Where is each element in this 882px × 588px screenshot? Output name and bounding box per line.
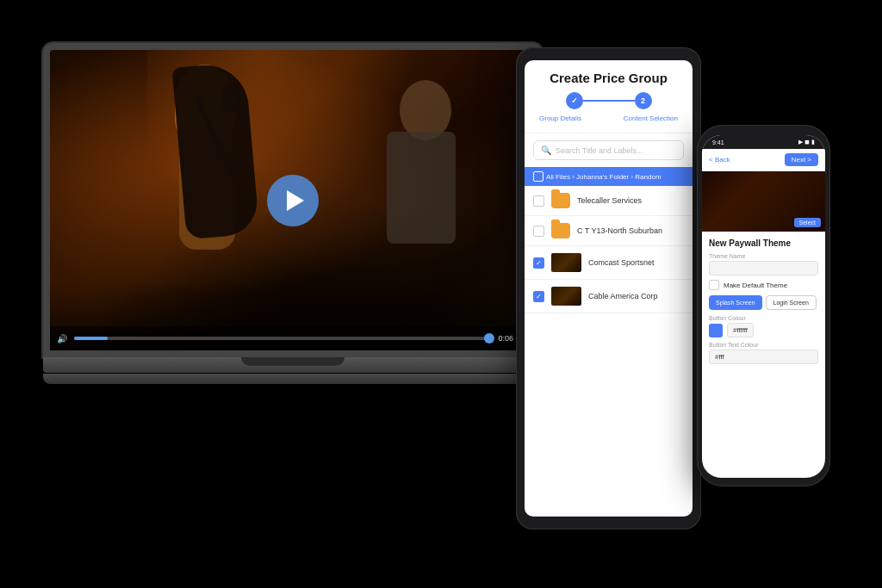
phone-screen: 9:41 ▶ ◼ ▮ < Back Next > Select New Payw… — [702, 135, 825, 478]
phone-video-thumbnail: Select — [702, 171, 825, 232]
search-icon: 🔍 — [541, 145, 551, 155]
item-text-2: C T Y13-North Suburban — [577, 226, 684, 235]
item-text-1: Telecaller Services — [577, 196, 684, 205]
scene: 🔊 0:06 ⛶ Create Price Group — [0, 0, 882, 588]
phone-text-color-label: Button Text Colour — [709, 342, 818, 348]
phone-default-theme-row: Make Default Theme — [709, 280, 818, 290]
progress-bar[interactable] — [74, 337, 491, 340]
phone-default-checkbox[interactable] — [709, 280, 719, 290]
tablet-screen: Create Price Group ✓ 2 Group Details Con… — [525, 60, 693, 517]
play-triangle-icon — [287, 190, 304, 211]
tablet-search-bar[interactable]: 🔍 Search Title and Labels... — [533, 140, 684, 160]
step-1-label: Group Details — [539, 115, 581, 122]
phone-video-action-button[interactable]: Select — [794, 218, 821, 227]
phone-back-button[interactable]: < Back — [709, 156, 730, 164]
tablet: Create Price Group ✓ 2 Group Details Con… — [516, 47, 701, 529]
login-screen-button[interactable]: Login Screen — [766, 295, 817, 310]
play-button[interactable] — [267, 175, 319, 226]
phone-btn-color-label: Button Colour — [709, 315, 818, 321]
video-time: 0:06 — [498, 334, 513, 343]
phone-theme-name-input[interactable] — [709, 261, 818, 275]
item-checkbox-3[interactable] — [533, 257, 544, 269]
phone-text-color-value[interactable]: #fff — [709, 350, 818, 364]
tablet-title: Create Price Group — [535, 71, 682, 85]
video-thumb-3 — [551, 253, 581, 272]
guitarist-body — [387, 132, 456, 244]
laptop-base — [43, 357, 543, 373]
item-title-4: Cable America Corp — [588, 292, 684, 300]
phone: 9:41 ▶ ◼ ▮ < Back Next > Select New Payw… — [697, 125, 830, 486]
list-item: Telecaller Services — [525, 186, 693, 216]
step-labels: Group Details Content Selection — [535, 115, 682, 122]
folder-icon-2 — [551, 223, 570, 238]
item-title-2: C T Y13-North Suburban — [577, 226, 684, 235]
tablet-list: Telecaller Services C T Y13-North Suburb… — [525, 186, 693, 517]
phone-top-nav: < Back Next > — [702, 149, 825, 171]
phone-btn-color-row: #ffffff — [709, 323, 818, 337]
video-thumb-inner-3 — [551, 253, 581, 272]
phone-notch — [742, 132, 786, 139]
list-item: Cable America Corp — [525, 280, 693, 313]
phone-outer: 9:41 ▶ ◼ ▮ < Back Next > Select New Payw… — [697, 125, 830, 486]
list-item: Comcast Sportsnet — [525, 246, 693, 280]
tablet-header: Create Price Group ✓ 2 Group Details Con… — [525, 60, 693, 133]
item-checkbox-1[interactable] — [533, 195, 544, 207]
phone-next-button[interactable]: Next > — [785, 153, 818, 166]
phone-btn-color-value[interactable]: #ffffff — [727, 323, 754, 337]
tablet-outer: Create Price Group ✓ 2 Group Details Con… — [516, 47, 701, 529]
breadcrumb-checkbox[interactable] — [533, 171, 543, 182]
phone-theme-name-label: Theme Name — [709, 253, 818, 259]
tablet-steps: ✓ 2 — [535, 92, 682, 109]
laptop-notch — [241, 357, 345, 366]
phone-section-title: New Paywall Theme — [709, 238, 818, 248]
phone-screen-buttons: Splash Screen Login Screen — [709, 295, 818, 310]
list-item: C T Y13-North Suburban — [525, 216, 693, 246]
progress-fill — [74, 337, 108, 340]
tablet-breadcrumb: All Files › Johanna's Folder › Random — [525, 167, 693, 186]
volume-icon[interactable]: 🔊 — [57, 334, 67, 344]
folder-icon-1 — [551, 193, 570, 208]
video-background: 🔊 0:06 ⛶ — [50, 50, 536, 350]
singer-hair — [171, 62, 259, 240]
phone-time: 9:41 — [712, 139, 724, 145]
laptop: 🔊 0:06 ⛶ — [43, 43, 577, 413]
video-thumb-4 — [551, 287, 581, 306]
step-1-circle: ✓ — [566, 92, 583, 109]
breadcrumb-text: All Files › Johanna's Folder › Random — [546, 173, 662, 181]
step-2-circle: 2 — [635, 92, 652, 109]
item-checkbox-4[interactable] — [533, 291, 544, 302]
phone-status-icons: ▶ ◼ ▮ — [798, 139, 815, 145]
step-2-label: Content Selection — [624, 115, 678, 122]
video-controls: 🔊 0:06 ⛶ — [50, 326, 536, 350]
progress-dot — [484, 333, 494, 344]
phone-default-label: Make Default Theme — [724, 282, 787, 289]
item-title-1: Telecaller Services — [577, 196, 684, 205]
splash-screen-button[interactable]: Splash Screen — [709, 295, 762, 310]
phone-color-swatch[interactable] — [709, 324, 723, 337]
laptop-bottom — [43, 374, 577, 384]
video-thumb-inner-4 — [551, 287, 581, 306]
search-placeholder-text: Search Title and Labels... — [556, 146, 643, 155]
laptop-screen: 🔊 0:06 ⛶ — [43, 43, 543, 357]
item-text-3: Comcast Sportsnet — [588, 258, 684, 267]
item-title-3: Comcast Sportsnet — [588, 258, 684, 267]
item-text-4: Cable America Corp — [588, 292, 684, 300]
item-checkbox-2[interactable] — [533, 226, 544, 237]
step-line — [583, 100, 635, 102]
phone-content: New Paywall Theme Theme Name Make Defaul… — [702, 232, 825, 478]
